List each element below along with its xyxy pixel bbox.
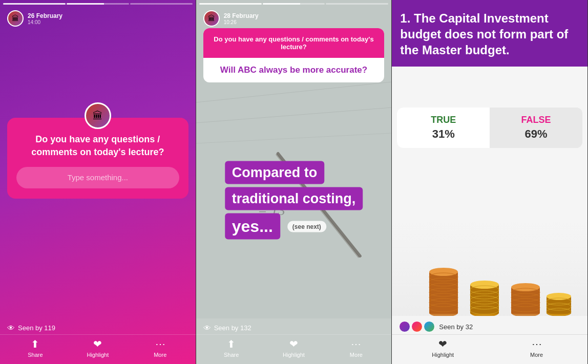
answer-text-2: Will ABC always be more accurate?	[220, 65, 367, 75]
overlay-wrapper-2: Compared to traditional costing, yes... …	[225, 161, 363, 240]
more-icon-1: ⋯	[155, 338, 165, 350]
more-label-1: More	[154, 352, 166, 358]
false-option-3[interactable]: FALSE 69%	[490, 108, 582, 148]
eye-icon-1: 👁	[7, 324, 15, 332]
highlight-icon-1: ❤	[93, 338, 102, 350]
story-top-bar-1: 🏛 26 February 14:00	[0, 5, 196, 31]
progress-bar-3	[130, 3, 193, 5]
story-date-1: 26 February	[28, 12, 62, 19]
highlight-label-3: Highlight	[432, 352, 454, 358]
mini-avatar-3b	[411, 321, 423, 332]
svg-point-21	[470, 281, 499, 289]
progress-bar-2c	[326, 3, 388, 5]
action-row-3: ❤ Highlight ⋯ More	[392, 334, 587, 358]
true-false-box-3: TRUE 31% FALSE 69%	[397, 108, 582, 148]
mini-avatar-3a	[399, 321, 410, 332]
overlay-line1-2: Compared to	[225, 161, 325, 184]
action-row-2: ⬆ Share ❤ Highlight ⋯ More	[196, 334, 392, 358]
avatar-2: 🏛	[203, 10, 220, 27]
progress-bar-1	[3, 3, 66, 5]
story-top-bar-2: 🏛 28 February 10:26	[196, 5, 392, 31]
placeholder-text-1: Type something...	[68, 173, 128, 182]
seen-by-text-1: 👁 Seen by 119	[7, 324, 188, 332]
true-percent-3: 31%	[402, 127, 485, 141]
share-button-1[interactable]: ⬆ Share	[23, 338, 48, 358]
question-box-1: Do you have any questions / comments on …	[7, 118, 188, 199]
seen-count-3: Seen by 32	[439, 323, 473, 331]
seen-by-content-3: Seen by 32	[399, 321, 580, 332]
highlight-label-2: Highlight	[283, 352, 305, 358]
seen-by-text-2: 👁 Seen by 132	[203, 324, 385, 332]
progress-bar-2	[67, 3, 129, 5]
highlight-icon-2: ❤	[289, 338, 298, 350]
question-text-1: Do you have any questions / comments on …	[16, 133, 179, 159]
highlight-button-3[interactable]: ❤ Highlight	[430, 338, 456, 358]
progress-bars-2	[196, 3, 392, 5]
overlay-line3-2: yes...	[225, 213, 280, 240]
overlay-line2-2: traditional costing,	[225, 187, 363, 210]
panel3-header: 1. The Capital Investment budget does no…	[392, 0, 587, 67]
mini-avatar-3c	[424, 321, 435, 332]
more-label-2: More	[350, 352, 363, 358]
more-icon-2: ⋯	[351, 338, 361, 350]
action-row-1: ⬆ Share ❤ Highlight ⋯ More	[0, 334, 196, 358]
seen-count-1: Seen by 119	[18, 324, 55, 332]
avatar-1: 🏛	[7, 10, 24, 27]
story-meta-1: 26 February 14:00	[28, 12, 62, 25]
seen-by-row-2: 👁 Seen by 132	[196, 324, 392, 332]
progress-bar-2b	[263, 3, 325, 5]
share-icon-1: ⬆	[31, 338, 39, 350]
story-time-1: 14:00	[28, 19, 62, 25]
question-card-2: Do you have any questions / comments on …	[203, 28, 385, 82]
true-option-3[interactable]: TRUE 31%	[397, 108, 490, 148]
story-time-2: 10:26	[224, 19, 259, 25]
bottom-bar-3: Seen by 32 ❤ Highlight ⋯ More	[392, 316, 587, 364]
more-button-3[interactable]: ⋯ More	[524, 338, 550, 358]
progress-bar-2a	[199, 3, 262, 5]
story-panel-1: 🏛 26 February 14:00 🏛 Do you have any qu…	[0, 0, 196, 364]
quiz-title-3: 1. The Capital Investment budget does no…	[400, 11, 568, 57]
answer-area-2: Will ABC always be more accurate?	[203, 58, 385, 82]
share-label-1: Share	[28, 352, 43, 358]
progress-bars-1	[0, 3, 196, 5]
more-button-1[interactable]: ⋯ More	[148, 338, 173, 358]
coins-image-3	[392, 221, 587, 323]
story-date-2: 28 February	[224, 12, 259, 19]
more-label-3: More	[530, 352, 543, 358]
false-percent-3: 69%	[495, 127, 577, 141]
true-label-3: TRUE	[402, 115, 485, 125]
bottom-bar-2: 👁 Seen by 132 ⬆ Share ❤ Highlight ⋯ More	[196, 318, 392, 364]
question-card-header-2: Do you have any questions / comments on …	[203, 28, 385, 58]
story-meta-2: 28 February 10:26	[224, 12, 259, 25]
seen-by-row-1: 👁 Seen by 119	[0, 324, 196, 332]
see-next-2: (see next)	[287, 221, 326, 232]
false-label-3: FALSE	[495, 115, 577, 125]
share-icon-2: ⬆	[227, 338, 236, 350]
highlight-icon-3: ❤	[438, 338, 447, 350]
avatars-row-3	[399, 321, 435, 332]
story-panel-3: 1. The Capital Investment budget does no…	[392, 0, 588, 364]
svg-point-11	[429, 268, 458, 276]
highlight-button-1[interactable]: ❤ Highlight	[85, 338, 111, 358]
highlight-label-1: Highlight	[87, 352, 109, 358]
center-avatar-1: 🏛	[85, 102, 111, 129]
story-panel-2: -10 = 13 x₄ 🏛 28 February 10:26 Do you h…	[196, 0, 392, 364]
type-input-1[interactable]: Type something...	[16, 167, 179, 188]
share-button-2[interactable]: ⬆ Share	[219, 338, 244, 358]
share-label-2: Share	[224, 352, 239, 358]
more-button-2[interactable]: ⋯ More	[343, 338, 369, 358]
svg-point-29	[511, 283, 540, 291]
question-header-text-2: Do you have any questions / comments on …	[212, 35, 376, 51]
seen-count-2: Seen by 132	[214, 324, 251, 332]
overlay-line3-row: yes... (see next)	[225, 213, 326, 240]
highlight-button-2[interactable]: ❤ Highlight	[281, 338, 307, 358]
bottom-bar-1: 👁 Seen by 119 ⬆ Share ❤ Highlight ⋯ More	[0, 318, 196, 364]
eye-icon-2: 👁	[203, 324, 211, 332]
more-icon-3: ⋯	[532, 338, 542, 350]
seen-by-row-3: Seen by 32	[392, 321, 587, 332]
